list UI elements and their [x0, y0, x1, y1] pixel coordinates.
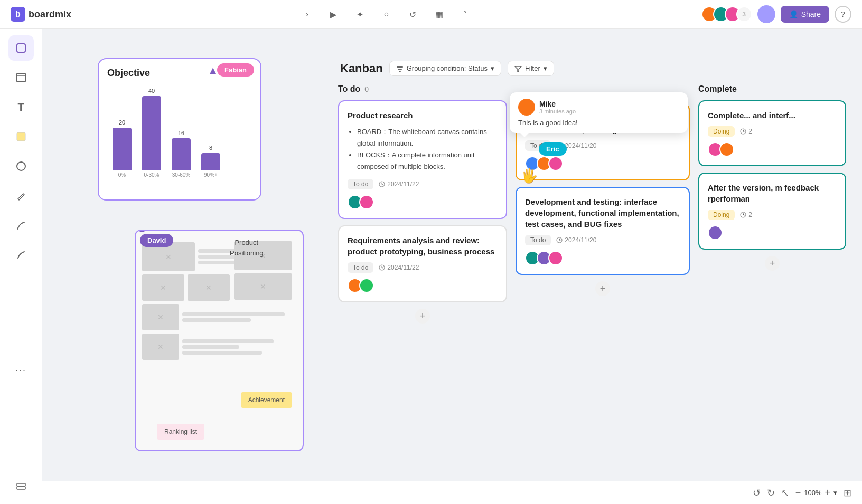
- complete-card-2-date: 2: [740, 211, 752, 218]
- sidebar-tool-sticky[interactable]: [8, 124, 34, 149]
- toolbar-chart[interactable]: ▦: [430, 6, 447, 23]
- doing-add-row: +: [516, 281, 690, 296]
- bar-label-bottom-1: 0%: [118, 172, 126, 178]
- sidebar-tool-line[interactable]: [8, 242, 34, 268]
- sidebar-tool-more[interactable]: ···: [8, 357, 34, 383]
- todo-add-row: +: [338, 309, 507, 324]
- top-bar-left: b boardmix: [11, 7, 71, 22]
- complete-card-1-avatars: [708, 142, 837, 157]
- toolbar-chat[interactable]: ○: [378, 6, 395, 23]
- logo-icon: b: [11, 7, 25, 22]
- grouping-button[interactable]: Grouping condition: Status ▾: [389, 61, 501, 76]
- toolbar: › ▶ ✦ ○ ↺ ▦ ˅: [298, 6, 474, 23]
- wf-img-5: ✕: [142, 334, 179, 360]
- requirements-date: 2024/11/22: [379, 264, 419, 271]
- complete-title: Complete: [698, 84, 737, 94]
- sidebar-tool-text[interactable]: T: [8, 94, 34, 120]
- top-bar-right: 3 👤 Share ?: [701, 5, 851, 23]
- bar-label-bottom-4: 90%+: [204, 172, 218, 178]
- product-research-card: Product research BOARD：The whiteboard ca…: [338, 100, 507, 219]
- complete-card-2-avatars: [708, 225, 837, 240]
- eric-badge: Eric: [539, 142, 567, 156]
- achievement-note: Achievement: [241, 392, 292, 408]
- grouping-label: Grouping condition: Status: [407, 64, 488, 72]
- svg-rect-3: [17, 132, 25, 141]
- dev-testing-card: Development and testing: interface devel…: [516, 187, 690, 275]
- collaborator-count: 3: [736, 6, 752, 22]
- filter-button[interactable]: Filter ▾: [508, 61, 554, 76]
- fabian-badge: Fabian: [217, 63, 254, 77]
- map-button[interactable]: ⊞: [844, 487, 851, 499]
- product-research-avatars: [348, 195, 498, 210]
- bullet-1: BOARD：The whiteboard canvas contains glo…: [357, 126, 498, 149]
- svg-rect-6: [17, 483, 25, 486]
- toolbar-star[interactable]: ✦: [351, 6, 368, 23]
- mike-avatar: [518, 99, 535, 116]
- complete-add-row: +: [698, 256, 846, 271]
- sidebar-tool-frame[interactable]: [8, 65, 34, 90]
- grouping-chevron: ▾: [491, 64, 494, 72]
- bar-group-4: 8 90%+: [201, 145, 220, 178]
- dev-testing-title: Development and testing: interface devel…: [525, 196, 680, 230]
- dev-testing-date: 2024/11/20: [556, 236, 596, 244]
- todo-title: To do: [338, 84, 360, 94]
- todo-column: To do 0 Product research BOARD：The white…: [338, 84, 507, 475]
- bullet-2: BLOCKS：A complete information unit compo…: [357, 149, 498, 173]
- toolbar-more[interactable]: ˅: [457, 6, 474, 23]
- bar-label-top-1: 20: [119, 119, 125, 126]
- product-research-meta: To do 2024/11/22: [348, 179, 498, 189]
- sidebar-tool-select[interactable]: [8, 35, 34, 61]
- product-research-bullets: BOARD：The whiteboard canvas contains glo…: [348, 126, 498, 173]
- undo-button[interactable]: ↺: [753, 487, 761, 499]
- wf-img-7: ✕: [234, 273, 292, 300]
- complete-card-1: Complete... and interf... Doing 2: [698, 100, 846, 166]
- todo-add-button[interactable]: +: [415, 309, 430, 324]
- complete-card-2: After the version, m feedback rperforman…: [698, 173, 846, 250]
- zoom-out-button[interactable]: −: [795, 487, 801, 498]
- complete-add-button[interactable]: +: [765, 256, 780, 271]
- comment-username: Mike: [539, 100, 576, 108]
- ranking-note: Ranking list: [157, 424, 204, 440]
- bar-1: [113, 128, 132, 170]
- toolbar-timer[interactable]: ↺: [404, 6, 421, 23]
- product-research-title: Product research: [348, 110, 498, 121]
- david-cursor-arrow: ▲: [138, 230, 146, 234]
- dev-testing-status: To do: [525, 235, 551, 245]
- redo-button[interactable]: ↻: [767, 487, 775, 499]
- wf-img-4: ✕: [142, 304, 179, 330]
- logo-name: boardmix: [29, 9, 71, 20]
- doing-add-button[interactable]: +: [595, 281, 610, 296]
- comment-text: This is a good idea!: [518, 119, 679, 127]
- toolbar-play[interactable]: ▶: [325, 6, 342, 23]
- comment-user: Mike 3 minutes ago: [518, 99, 679, 116]
- todo-col-header: To do 0: [338, 84, 507, 94]
- pointer-button[interactable]: ↖: [781, 487, 789, 499]
- sidebar-tool-brush[interactable]: [8, 213, 34, 238]
- dev-testing-meta: To do 2024/11/20: [525, 235, 680, 245]
- complete-card-1-title: Complete... and interf...: [708, 110, 837, 121]
- avatar-pink-1: [359, 195, 374, 210]
- wf-row-4: ✕: [142, 334, 296, 360]
- sidebar-tool-layers[interactable]: [8, 472, 34, 498]
- complete-card-1-date: 2: [740, 128, 752, 135]
- sidebar-tool-shapes[interactable]: [8, 154, 34, 179]
- help-button[interactable]: ?: [835, 6, 851, 23]
- share-label: Share: [801, 10, 821, 18]
- requirements-meta: To do 2024/11/22: [348, 262, 498, 273]
- svg-rect-5: [17, 487, 25, 489]
- left-sidebar: T ···: [0, 29, 42, 504]
- complete-column: Complete Complete... and interf... Doing…: [698, 84, 846, 475]
- todo-count: 0: [364, 85, 369, 93]
- sidebar-tool-pen[interactable]: [8, 183, 34, 208]
- complete-card-2-status: Doing: [708, 210, 735, 220]
- bar-4: [201, 153, 220, 170]
- toolbar-chevron[interactable]: ›: [298, 6, 315, 23]
- bar-2: [142, 96, 161, 170]
- share-button[interactable]: 👤 Share: [781, 6, 829, 23]
- filter-label: Filter: [525, 64, 540, 72]
- requirements-card: Requirements analysis and review: produc…: [338, 225, 507, 302]
- zoom-in-button[interactable]: +: [824, 487, 830, 498]
- kanban-columns: To do 0 Product research BOARD：The white…: [338, 84, 862, 475]
- bottom-right: ↺ ↻ ↖ − 100% + ▾ ⊞: [753, 487, 851, 499]
- collaborators: 3: [701, 6, 752, 22]
